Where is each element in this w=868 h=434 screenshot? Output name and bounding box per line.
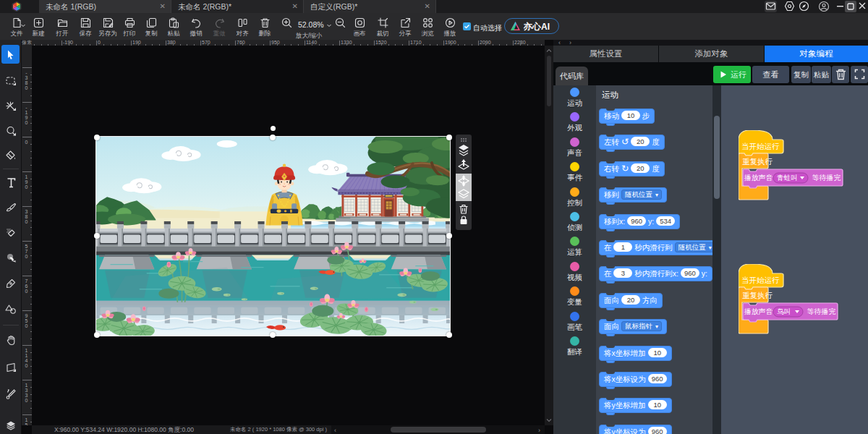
svg-text:当开始运行: 当开始运行 [741,276,780,284]
svg-text:播放声音: 播放声音 [744,174,773,182]
svg-text:青蛙叫: 青蛙叫 [777,174,798,182]
svg-text:重复执行: 重复执行 [742,291,773,299]
svg-text:等待播完: 等待播完 [812,174,841,182]
svg-text:播放声音: 播放声音 [744,307,773,315]
svg-text:重复执行: 重复执行 [742,157,773,166]
svg-text:鸟叫: 鸟叫 [777,307,791,315]
svg-text:当开始运行: 当开始运行 [741,142,780,150]
svg-text:等待播完: 等待播完 [807,307,835,315]
